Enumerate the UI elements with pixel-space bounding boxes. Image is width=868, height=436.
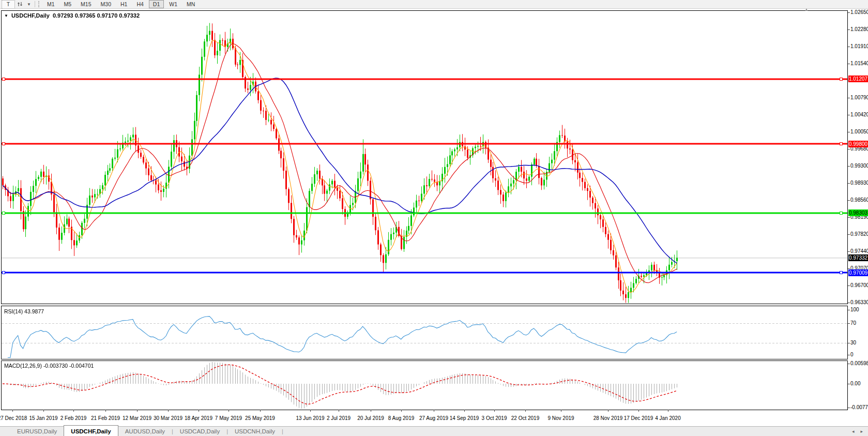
timeframe-button-h1[interactable]: H1 <box>116 0 131 8</box>
tab-scroll-right-button[interactable]: ▸ <box>860 429 863 434</box>
price-level-flag: 0.97009 <box>848 269 868 276</box>
timeframe-button-m15[interactable]: M15 <box>77 0 95 8</box>
arrange-tool-button[interactable] <box>15 1 25 8</box>
date-tick <box>12 410 13 412</box>
macd-pane <box>1 360 848 410</box>
price-level-flag: 0.99800 <box>848 141 868 147</box>
rsi-axis-label: 0 <box>850 352 854 357</box>
toolbar-dropdown-button[interactable]: ▼ <box>25 1 33 8</box>
date-axis-label: 3 Oct 2019 <box>482 415 507 421</box>
rsi-axis-label: 70 <box>850 320 856 326</box>
price-axis-label: 0.96700 <box>850 282 868 288</box>
macd-value: -0.003730 -0.004701 <box>43 363 94 369</box>
chart-tab-usdcad[interactable]: USDCAD,Daily <box>173 427 226 436</box>
date-tick <box>464 410 465 412</box>
tab-separator: | <box>282 427 283 436</box>
date-axis-label: 22 Oct 2019 <box>511 415 539 421</box>
date-axis-label: 27 Aug 2019 <box>419 415 448 421</box>
date-tick <box>43 410 44 412</box>
date-axis-label: 21 Feb 2019 <box>91 415 120 421</box>
scroll-up-icon[interactable]: ▲ <box>804 7 809 12</box>
price-tick <box>848 183 850 184</box>
price-tick <box>848 166 850 167</box>
date-axis-label: 15 Jan 2019 <box>29 415 57 421</box>
date-axis-label: 8 Aug 2019 <box>388 415 415 421</box>
chart-tab-usdchf[interactable]: USDCHF,Daily <box>64 425 118 436</box>
macd-tick <box>848 384 850 384</box>
timeframe-button-d1[interactable]: D1 <box>149 0 164 8</box>
timeframe-button-h4[interactable]: H4 <box>132 0 147 8</box>
chart-tab-usdcnh[interactable]: USDCNH,Daily <box>228 427 282 436</box>
macd-axis-label: 0.005986 <box>850 360 868 366</box>
timeframe-button-m5[interactable]: M5 <box>60 0 76 8</box>
date-tick <box>229 410 229 412</box>
date-tick <box>638 410 639 412</box>
price-axis-label: 1.02280 <box>850 26 868 32</box>
chart-tab-eurusd[interactable]: EURUSD,Daily <box>10 427 64 436</box>
timeframe-button-m1[interactable]: M1 <box>43 0 59 8</box>
price-tick <box>848 234 850 235</box>
price-axis-label: 0.97820 <box>850 231 868 237</box>
macd-axis-label: -0.00773 <box>850 404 868 410</box>
date-tick <box>561 410 561 412</box>
date-axis-label: 7 May 2019 <box>215 415 242 421</box>
price-tick <box>848 29 850 30</box>
macd-tick <box>848 364 850 364</box>
toolbar-separator <box>35 1 35 7</box>
date-tick <box>199 410 199 412</box>
toolbar-grip <box>38 1 41 7</box>
timeframe-button-w1[interactable]: W1 <box>165 0 181 8</box>
price-tick <box>848 149 850 149</box>
price-tick <box>848 64 850 64</box>
chart-title: ▼ USDCHF,Daily 0.97293 0.97365 0.97170 0… <box>4 12 140 19</box>
timeframe-button-m30[interactable]: M30 <box>97 0 115 8</box>
macd-axis-label: 0.00 <box>850 381 860 386</box>
date-axis-label: 4 Jan 2020 <box>655 415 681 421</box>
price-tick <box>848 251 850 252</box>
date-axis-label: 28 Nov 2019 <box>593 415 623 421</box>
macd-tick <box>848 408 850 408</box>
toolbar: T ▼ M1M5M15M30H1H4D1W1MN <box>0 0 868 9</box>
price-level-flag: 1.01207 <box>848 76 868 82</box>
date-tick <box>137 410 138 412</box>
timeframe-toolbar: M1M5M15M30H1H4D1W1MN <box>43 0 199 8</box>
chart-symbol: USDCHF,Daily <box>11 12 50 19</box>
date-axis-label: 12 Mar 2019 <box>123 415 151 421</box>
rsi-canvas[interactable] <box>2 306 847 359</box>
macd-canvas[interactable] <box>2 361 847 410</box>
date-tick <box>339 410 339 412</box>
rsi-tick <box>848 323 850 324</box>
date-tick <box>668 410 668 412</box>
date-axis-label: 20 Jul 2019 <box>357 415 384 421</box>
main-chart-canvas[interactable] <box>2 11 847 304</box>
price-axis-label: 0.98560 <box>850 197 868 203</box>
macd-label: MACD(12,26,9) -0.003730 -0.004701 <box>4 363 94 369</box>
rsi-label: RSI(14) 43.9877 <box>4 308 44 314</box>
date-tick <box>401 410 402 412</box>
price-tick <box>848 217 850 218</box>
price-axis-label: 1.00420 <box>850 112 868 117</box>
timeframe-button-mn[interactable]: MN <box>182 0 199 8</box>
price-tick <box>848 12 850 13</box>
date-tick <box>608 410 608 412</box>
date-tick <box>494 410 495 412</box>
price-tick <box>848 132 850 132</box>
main-chart-pane <box>1 10 848 304</box>
text-tool-button[interactable]: T <box>2 0 15 9</box>
rsi-tick <box>848 343 850 343</box>
date-axis-label: 9 Nov 2019 <box>547 415 574 421</box>
date-tick <box>310 410 311 412</box>
date-tick <box>260 410 261 412</box>
date-tick <box>168 410 169 412</box>
price-tick <box>848 98 850 98</box>
rsi-axis-label: 30 <box>850 340 856 345</box>
tab-scroll-left-button[interactable]: ◂ <box>852 429 855 434</box>
chart-tab-audusd[interactable]: AUDUSD,Daily <box>118 427 172 436</box>
price-level-flag: 0.98303 <box>848 209 868 216</box>
price-axis-label: 1.01910 <box>850 43 868 49</box>
current-price-flag: 0.97332 <box>848 254 868 261</box>
chart-dropdown-arrow-icon[interactable]: ▼ <box>4 13 8 18</box>
date-tick <box>525 410 526 412</box>
rsi-axis-label: 100 <box>850 307 859 312</box>
date-axis-label: 25 May 2019 <box>245 415 275 421</box>
